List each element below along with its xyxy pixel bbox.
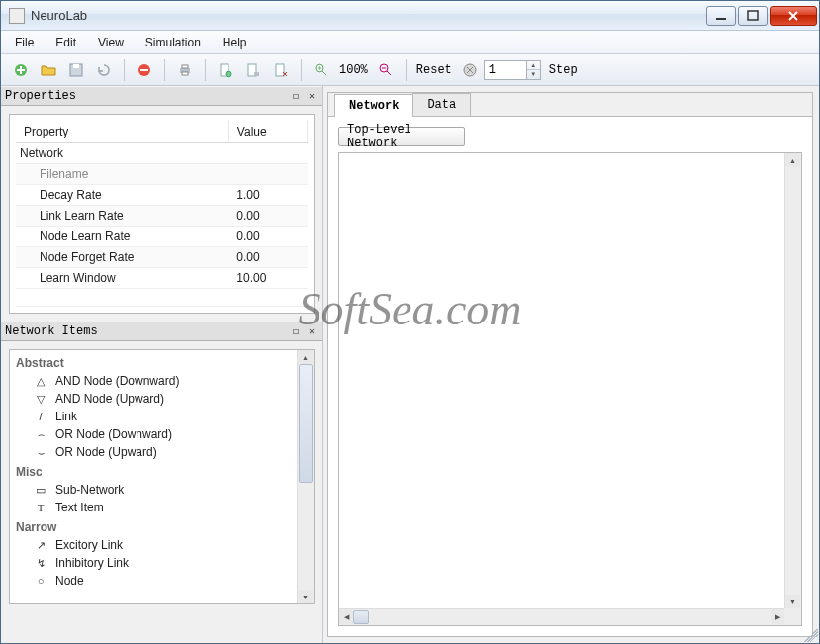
svg-rect-6	[140, 69, 148, 71]
scroll-up-icon[interactable]: ▲	[298, 350, 313, 364]
prop-label[interactable]: Decay Rate	[16, 185, 228, 206]
ni-item[interactable]: ▭Sub-Network	[14, 481, 293, 499]
add-icon[interactable]	[8, 58, 34, 82]
remove-icon[interactable]	[132, 58, 157, 82]
menu-file[interactable]: File	[5, 33, 44, 52]
prop-value[interactable]: 10.00	[228, 268, 307, 289]
prop-value[interactable]: 1.00	[228, 185, 307, 206]
prop-label[interactable]: Filename	[16, 164, 228, 185]
network-canvas[interactable]: ▲ ▼ ◀ ▶	[338, 152, 802, 626]
slash-icon: /	[34, 411, 47, 422]
close-icon[interactable]: ✕	[305, 324, 319, 338]
prop-value[interactable]	[228, 164, 307, 185]
ni-item[interactable]: ○Node	[14, 572, 293, 590]
arrow-ne-icon: ↗	[34, 539, 47, 552]
doc-a-icon[interactable]	[213, 58, 238, 82]
print-icon[interactable]	[172, 58, 198, 82]
top-level-network-dropdown[interactable]: Top-Level Network	[338, 127, 465, 146]
prop-label[interactable]: Link Learn Rate	[16, 206, 228, 227]
spin-down-icon[interactable]: ▼	[527, 70, 540, 79]
svg-rect-0	[716, 18, 726, 20]
ni-item[interactable]: ↯Inhibitory Link	[14, 554, 293, 572]
reload-icon[interactable]	[91, 58, 117, 82]
menu-simulation[interactable]: Simulation	[136, 33, 211, 52]
prop-label[interactable]: Node Learn Rate	[16, 227, 228, 247]
zoom-in-icon[interactable]	[309, 58, 334, 82]
ni-item[interactable]: ▽AND Node (Upward)	[14, 390, 293, 408]
scroll-up-icon[interactable]: ▲	[785, 153, 800, 167]
menu-edit[interactable]: Edit	[46, 33, 86, 52]
network-items-list[interactable]: Abstract △AND Node (Downward) ▽AND Node …	[10, 350, 297, 603]
spin-up-icon[interactable]: ▲	[527, 61, 540, 71]
network-items-vscroll[interactable]: ▲ ▼	[297, 350, 314, 603]
doc-b-icon[interactable]	[240, 58, 266, 82]
ni-label: AND Node (Upward)	[55, 392, 164, 406]
ni-item[interactable]: /Link	[14, 408, 293, 425]
ni-item[interactable]: ⌣OR Node (Upward)	[14, 443, 293, 461]
box-icon: ▭	[34, 484, 47, 497]
scroll-corner	[784, 608, 801, 625]
tab-body: Top-Level Network ▲ ▼ ◀ ▶	[328, 117, 812, 636]
close-icon[interactable]: ✕	[305, 89, 319, 103]
resize-grip-icon[interactable]	[804, 628, 818, 642]
ni-label: Link	[55, 410, 77, 423]
arc-up-icon: ⌣	[34, 446, 47, 459]
right-column: Network Data Top-Level Network ▲ ▼ ◀	[323, 86, 819, 643]
network-items-dock-body: Abstract △AND Node (Downward) ▽AND Node …	[1, 341, 322, 643]
prop-group-network[interactable]: Network	[16, 143, 308, 164]
prop-label[interactable]: Node Forget Rate	[16, 247, 228, 268]
prop-value[interactable]: 0.00	[228, 247, 307, 268]
ni-label: AND Node (Downward)	[55, 374, 179, 388]
svg-rect-1	[748, 11, 758, 20]
titlebar: NeuroLab	[1, 1, 819, 31]
svg-rect-13	[254, 72, 259, 76]
tab-network[interactable]: Network	[334, 94, 413, 117]
close-button[interactable]	[770, 6, 817, 26]
reset-label[interactable]: Reset	[412, 63, 456, 77]
window-title: NeuroLab	[31, 8, 704, 23]
prop-label[interactable]: Learn Window	[16, 268, 228, 289]
zoom-out-icon[interactable]	[373, 58, 399, 82]
scroll-right-icon[interactable]: ▶	[771, 609, 784, 624]
ni-group-abstract: Abstract	[14, 352, 293, 372]
tabs: Network Data	[328, 93, 812, 117]
step-count-input[interactable]	[484, 60, 527, 80]
svg-point-11	[226, 71, 231, 77]
step-label[interactable]: Step	[541, 63, 586, 77]
svg-rect-8	[182, 65, 188, 68]
scroll-down-icon[interactable]: ▼	[298, 590, 313, 603]
lightning-icon: ↯	[34, 557, 47, 570]
triangle-down-icon: ▽	[34, 393, 47, 406]
maximize-button[interactable]	[738, 6, 768, 26]
scroll-thumb[interactable]	[299, 364, 313, 483]
properties-table-wrap: Property Value Network Filename Decay Ra…	[9, 114, 315, 314]
open-icon[interactable]	[36, 58, 61, 82]
stop-icon[interactable]	[457, 58, 483, 82]
prop-value[interactable]: 0.00	[228, 227, 307, 247]
undock-icon[interactable]: ◻	[289, 324, 303, 338]
ni-item[interactable]: △AND Node (Downward)	[14, 372, 293, 390]
menubar: File Edit View Simulation Help	[1, 31, 819, 54]
scroll-down-icon[interactable]: ▼	[785, 595, 800, 608]
col-property[interactable]: Property	[16, 121, 228, 143]
ni-item[interactable]: ⌢OR Node (Downward)	[14, 425, 293, 443]
canvas-vscroll[interactable]: ▲ ▼	[784, 153, 801, 608]
col-value[interactable]: Value	[228, 121, 307, 143]
scroll-left-icon[interactable]: ◀	[339, 609, 353, 624]
ni-item[interactable]: ↗Excitory Link	[14, 536, 293, 554]
save-icon[interactable]	[63, 58, 89, 82]
minimize-button[interactable]	[706, 6, 736, 26]
tab-data[interactable]: Data	[412, 93, 471, 116]
undock-icon[interactable]: ◻	[289, 89, 303, 103]
ni-item[interactable]: TText Item	[14, 499, 293, 516]
prop-value[interactable]: 0.00	[228, 206, 307, 227]
arc-down-icon: ⌢	[34, 428, 47, 441]
scroll-thumb[interactable]	[353, 610, 369, 624]
doc-c-icon[interactable]	[268, 58, 294, 82]
menu-view[interactable]: View	[88, 33, 134, 52]
step-spinner[interactable]: ▲▼	[527, 60, 541, 80]
triangle-up-icon: △	[34, 375, 47, 388]
tab-area: Network Data Top-Level Network ▲ ▼ ◀	[327, 92, 813, 637]
menu-help[interactable]: Help	[213, 33, 257, 52]
canvas-hscroll[interactable]: ◀ ▶	[339, 608, 784, 625]
